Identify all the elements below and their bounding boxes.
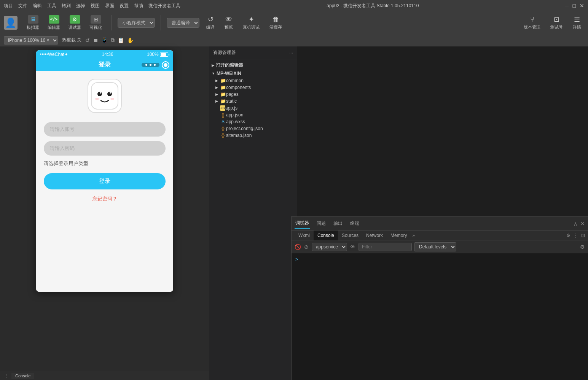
tab-debugger[interactable]: 调试器	[295, 218, 310, 229]
hand-icon[interactable]: ✋	[127, 37, 134, 43]
section-arrow: ▶	[212, 64, 214, 67]
folder-static[interactable]: ▶ 📁 static	[209, 98, 297, 105]
simulator-panel: •••••WeChat✦ 14:36 100% 登录	[0, 46, 209, 380]
file-sitemap[interactable]: {} sitemap.json	[209, 132, 297, 139]
folder-icon: 📁	[220, 85, 226, 90]
file-projectconfig[interactable]: {} project.config.json	[209, 125, 297, 132]
explorer-icons[interactable]: ···	[289, 50, 293, 56]
menu-project[interactable]: 项目	[4, 3, 13, 9]
devtools-menu-icon[interactable]: ⋮	[574, 233, 578, 238]
folder-common[interactable]: ▶ 📁 common	[209, 77, 297, 84]
more-icon[interactable]: ···	[289, 50, 293, 56]
title-bar: 项目 文件 编辑 工具 转到 选择 视图 界面 设置 帮助 微信开发者工具 ap…	[0, 0, 588, 11]
expand-icon[interactable]: ∧	[574, 221, 577, 227]
phone-icon[interactable]: 📱	[101, 37, 108, 43]
compile-button[interactable]: ↺ 编译	[203, 14, 218, 32]
copy-icon[interactable]: 📋	[118, 37, 124, 43]
password-input[interactable]: 请输入密码	[44, 141, 166, 156]
forgot-password-link[interactable]: 忘记密码？	[92, 196, 117, 202]
menu-tools[interactable]: 工具	[47, 3, 56, 9]
menu-file[interactable]: 文件	[18, 3, 27, 9]
maximize-button[interactable]: □	[573, 3, 576, 9]
menu-select[interactable]: 选择	[76, 3, 85, 9]
clear-cache-button[interactable]: 🗑 清缓存	[266, 14, 285, 32]
close-button[interactable]: ✕	[580, 3, 584, 9]
console-settings-icon[interactable]: ⚙	[580, 244, 585, 250]
eye-filter-icon[interactable]: 👁	[350, 244, 355, 250]
file-appwxss[interactable]: S app.wxss	[209, 118, 297, 125]
svg-point-5	[95, 98, 99, 100]
more-dots-icon[interactable]: ⋮	[4, 373, 8, 378]
mp-weixin-section[interactable]: ▼ MP-WEIXIN	[209, 70, 297, 77]
menu-wechat-devtools[interactable]: 微信开发者工具	[148, 3, 180, 9]
open-editors-section[interactable]: ▶ 打开的编辑器	[209, 61, 297, 70]
file-appjson[interactable]: {} app.json	[209, 111, 297, 118]
section-arrow-2: ▼	[212, 72, 215, 75]
menu-edit[interactable]: 编辑	[33, 3, 42, 9]
window-controls[interactable]: ─ □ ✕	[565, 3, 584, 9]
preview-button[interactable]: 👁 预览	[221, 14, 236, 32]
folder-icon: 📁	[220, 99, 226, 104]
stop-icon[interactable]: ⏹	[93, 37, 98, 43]
file-appjs[interactable]: JS app.js	[209, 105, 297, 111]
version-manage-button[interactable]: ⑂ 版本管理	[521, 14, 543, 32]
hot-reload-toggle[interactable]: 热重载 关	[62, 37, 81, 43]
login-button[interactable]: 登录	[44, 173, 166, 189]
split-icon[interactable]: ⧉	[111, 37, 115, 43]
device-select[interactable]: iPhone 5 100% 16 ×	[4, 36, 58, 45]
debug-icon: ⚙	[70, 15, 80, 24]
devtools-controls[interactable]: ∧ ✕	[574, 221, 585, 227]
tab-issues[interactable]: 问题	[316, 219, 327, 228]
nav-icons	[142, 61, 169, 69]
console-status-tab[interactable]: Console	[11, 373, 34, 379]
simulator-button[interactable]: 🖥 模拟器	[23, 14, 43, 32]
menu-help[interactable]: 帮助	[134, 3, 143, 9]
menu-view[interactable]: 视图	[91, 3, 100, 9]
phone-status-bar: •••••WeChat✦ 14:36 100%	[36, 50, 173, 59]
visual-button[interactable]: ⊞ 可视化	[86, 14, 106, 32]
arrow-icon: ▶	[215, 99, 220, 103]
file-label: static	[226, 99, 297, 104]
more-tabs-icon[interactable]: »	[411, 231, 416, 240]
menu-bar[interactable]: 项目 文件 编辑 工具 转到 选择 视图 界面 设置 帮助 微信开发者工具	[4, 3, 180, 9]
close-devtools-icon[interactable]: ✕	[580, 221, 585, 227]
devtools-settings-icon[interactable]: ⚙	[566, 233, 570, 238]
console-prompt[interactable]: >	[294, 256, 586, 263]
menu-settings[interactable]: 设置	[120, 3, 129, 9]
tab-wxml[interactable]: Wxml	[295, 231, 314, 240]
refresh-icon[interactable]: ↺	[85, 37, 90, 43]
tab-memory[interactable]: Memory	[387, 231, 411, 240]
levels-select[interactable]: Default levels	[414, 242, 456, 251]
tab-network[interactable]: Network	[362, 231, 387, 240]
details-button[interactable]: ☰ 详情	[570, 14, 584, 32]
tab-sources[interactable]: Sources	[338, 231, 362, 240]
folder-components[interactable]: ▶ 📁 components	[209, 84, 297, 91]
minimize-button[interactable]: ─	[565, 3, 569, 9]
file-label: app.wxss	[226, 119, 297, 124]
folder-pages[interactable]: ▶ 📁 pages	[209, 91, 297, 98]
dot-1	[145, 64, 147, 66]
username-input[interactable]: 请输入账号	[44, 122, 166, 137]
tab-console[interactable]: Console	[314, 231, 338, 240]
mode-select[interactable]: 小程序模式	[118, 18, 155, 28]
divider-1	[112, 15, 112, 30]
tab-terminal[interactable]: 终端	[349, 219, 360, 228]
test-number-button[interactable]: ⊡ 测试号	[547, 14, 566, 32]
devtools-dock-icon[interactable]: ⊡	[581, 233, 585, 238]
filter-input[interactable]	[359, 243, 412, 251]
compile-select[interactable]: 普通编译	[167, 18, 199, 28]
menu-interface[interactable]: 界面	[105, 3, 114, 9]
menu-goto[interactable]: 转到	[62, 3, 71, 9]
editor-button[interactable]: </> 编辑器	[44, 14, 64, 32]
real-debug-button[interactable]: ✦ 真机调试	[240, 14, 263, 32]
clear-console-icon[interactable]: 🚫	[295, 244, 301, 250]
filter-icon[interactable]: ⊘	[304, 244, 309, 250]
js-file-icon: JS	[220, 105, 225, 111]
tab-output[interactable]: 输出	[333, 219, 343, 228]
json-file-icon-3: {}	[220, 133, 226, 138]
debugger-button[interactable]: ⚙ 调试器	[65, 14, 85, 32]
explorer-header: 资源管理器 ···	[209, 46, 297, 59]
context-select[interactable]: appservice	[312, 243, 347, 251]
real-debug-icon: ✦	[249, 15, 254, 24]
file-tree: ▶ 打开的编辑器 ▼ MP-WEIXIN ▶ 📁 common ▶ 📁 comp…	[209, 59, 297, 380]
